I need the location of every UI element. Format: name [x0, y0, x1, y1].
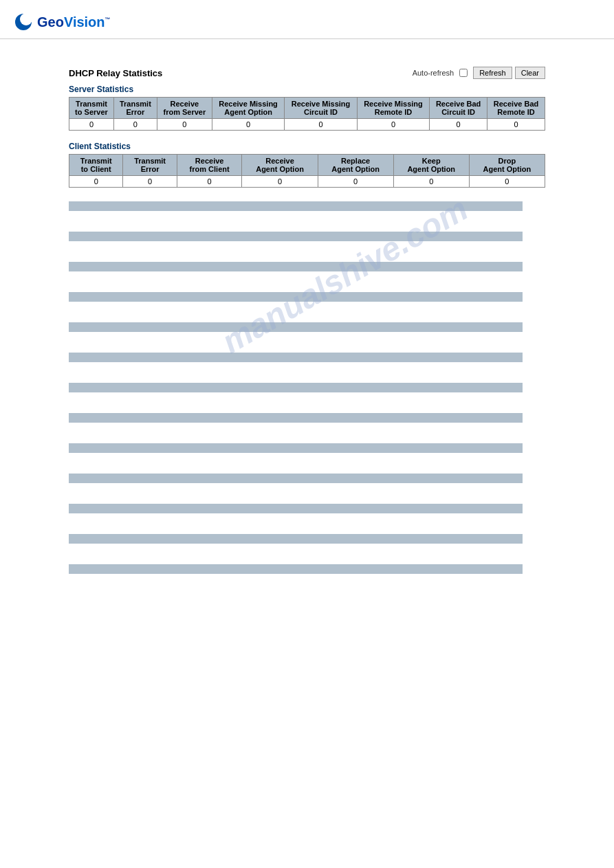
server-statistics-label: Server Statistics [69, 85, 545, 94]
bars-section: manualshive.com [69, 201, 545, 574]
server-col-receive-from-server: Receivefrom Server [157, 98, 212, 119]
server-statistics-table: Transmitto Server TransmitError Receivef… [69, 97, 545, 131]
auto-refresh-checkbox[interactable] [459, 69, 468, 77]
client-col-transmit-to-client: Transmitto Client [69, 155, 123, 176]
clear-button[interactable]: Clear [515, 67, 545, 79]
bar-12 [69, 534, 523, 544]
bar-13 [69, 564, 523, 574]
bar-row-3 [69, 262, 545, 271]
refresh-button[interactable]: Refresh [473, 67, 512, 79]
bar-4 [69, 292, 523, 302]
server-stats-row: 0 0 0 0 0 0 0 0 [69, 119, 545, 131]
bar-row-8 [69, 413, 545, 423]
client-stats-row: 0 0 0 0 0 0 0 [69, 176, 545, 188]
server-col-receive-missing-circuit: Receive MissingCircuit ID [285, 98, 357, 119]
client-col-keep-agent-option: KeepAgent Option [393, 155, 469, 176]
server-val-receive-missing-circuit: 0 [285, 119, 357, 131]
bar-row-9 [69, 443, 545, 453]
client-col-receive-agent-option: ReceiveAgent Option [242, 155, 318, 176]
bar-row-1 [69, 201, 545, 211]
bar-row-7 [69, 383, 545, 392]
client-val-transmit-error: 0 [123, 176, 177, 188]
logo-icon [14, 12, 33, 32]
bar-10 [69, 474, 523, 483]
client-col-drop-agent-option: DropAgent Option [469, 155, 545, 176]
bar-7 [69, 383, 523, 392]
server-val-transmit-to-server: 0 [69, 119, 114, 131]
bar-row-10 [69, 474, 545, 483]
bar-1 [69, 201, 523, 211]
main-content: DHCP Relay Statistics Auto-refresh Refre… [0, 60, 614, 601]
bar-row-11 [69, 504, 545, 513]
bar-11 [69, 504, 523, 513]
bar-row-4 [69, 292, 545, 302]
bar-row-12 [69, 534, 545, 544]
logo-tm: ™ [105, 16, 111, 23]
bar-row-5 [69, 322, 545, 332]
auto-refresh-label: Auto-refresh [413, 69, 454, 77]
client-col-receive-from-client: Receivefrom Client [177, 155, 242, 176]
client-col-transmit-error: TransmitError [123, 155, 177, 176]
client-statistics-table: Transmitto Client TransmitError Receivef… [69, 154, 545, 188]
bar-5 [69, 322, 523, 332]
client-statistics-label: Client Statistics [69, 142, 545, 151]
watermark: manualshive.com [215, 190, 474, 361]
server-col-receive-bad-remote: Receive BadRemote ID [487, 98, 545, 119]
server-col-transmit-to-server: Transmitto Server [69, 98, 114, 119]
server-val-receive-from-server: 0 [157, 119, 212, 131]
bar-2 [69, 232, 523, 241]
server-col-receive-missing-agent: Receive MissingAgent Option [212, 98, 284, 119]
client-val-replace-agent-option: 0 [318, 176, 393, 188]
bar-row-2 [69, 232, 545, 241]
logo: GeoVision™ [14, 12, 111, 32]
svg-point-1 [20, 13, 32, 25]
title-row: DHCP Relay Statistics Auto-refresh Refre… [69, 67, 545, 79]
server-val-receive-missing-remote: 0 [357, 119, 429, 131]
server-col-receive-bad-circuit: Receive BadCircuit ID [430, 98, 487, 119]
client-val-receive-from-client: 0 [177, 176, 242, 188]
bar-9 [69, 443, 523, 453]
client-val-drop-agent-option: 0 [469, 176, 545, 188]
bar-3 [69, 262, 523, 271]
bar-row-13 [69, 564, 545, 574]
header: GeoVision™ [0, 0, 614, 39]
client-val-transmit-to-client: 0 [69, 176, 123, 188]
server-val-receive-bad-circuit: 0 [430, 119, 487, 131]
server-col-transmit-error: TransmitError [113, 98, 157, 119]
server-val-receive-missing-agent: 0 [212, 119, 284, 131]
client-val-keep-agent-option: 0 [393, 176, 469, 188]
client-val-receive-agent-option: 0 [242, 176, 318, 188]
bar-6 [69, 353, 523, 362]
bar-row-6 [69, 353, 545, 362]
server-val-receive-bad-remote: 0 [487, 119, 545, 131]
toolbar: Auto-refresh Refresh Clear [413, 67, 545, 79]
server-col-receive-missing-remote: Receive MissingRemote ID [357, 98, 429, 119]
page-title: DHCP Relay Statistics [69, 68, 162, 78]
logo-text: GeoVision™ [37, 14, 111, 30]
client-col-replace-agent-option: ReplaceAgent Option [318, 155, 393, 176]
server-val-transmit-error: 0 [113, 119, 157, 131]
bar-8 [69, 413, 523, 423]
